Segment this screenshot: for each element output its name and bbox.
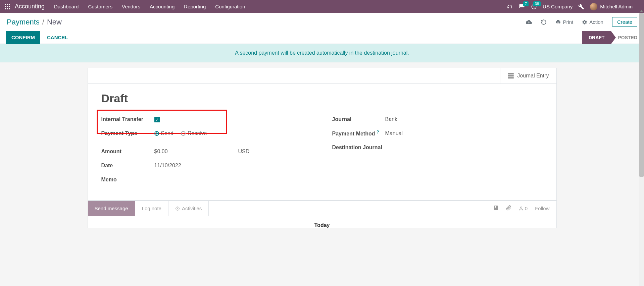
send-message-button[interactable]: Send message: [88, 201, 135, 216]
internal-transfer-checkbox[interactable]: ✓: [154, 117, 160, 122]
menu-configuration[interactable]: Configuration: [215, 4, 245, 9]
breadcrumb: Payments / New: [7, 18, 62, 26]
date-value[interactable]: 11/10/2022: [154, 163, 181, 169]
menu-dashboard[interactable]: Dashboard: [54, 4, 79, 9]
app-title[interactable]: Accounting: [15, 3, 45, 10]
record-title: Draft: [101, 92, 543, 105]
discard-icon[interactable]: [541, 19, 547, 25]
label-date: Date: [101, 163, 154, 169]
currency-value[interactable]: USD: [238, 149, 250, 155]
followers-count[interactable]: 0: [519, 206, 528, 211]
radio-send[interactable]: Send: [154, 130, 174, 136]
field-amount: Amount $0.00 USD: [101, 145, 312, 159]
label-amount: Amount: [101, 149, 154, 155]
radio-icon: [154, 131, 159, 136]
field-destination-journal: Destination Journal: [332, 140, 543, 155]
create-button[interactable]: Create: [612, 17, 637, 27]
statusbar: CONFIRM CANCEL DRAFT POSTED: [0, 31, 644, 44]
messages-badge: 7: [523, 1, 529, 6]
radio-receive[interactable]: Receive: [181, 130, 207, 136]
cancel-button[interactable]: CANCEL: [47, 35, 68, 40]
menu-reporting[interactable]: Reporting: [184, 4, 206, 9]
method-value[interactable]: Manual: [385, 130, 403, 136]
radio-icon: [181, 131, 186, 136]
support-icon[interactable]: [506, 3, 513, 10]
label-payment-type: Payment Type: [101, 130, 154, 136]
form-sheet: Journal Entry Draft Internal Transfer ✓ …: [88, 68, 557, 201]
field-memo: Memo: [101, 173, 312, 187]
scrollbar[interactable]: [639, 13, 644, 228]
user-menu[interactable]: Mitchell Admin: [590, 3, 633, 10]
book-icon[interactable]: [493, 205, 499, 212]
journal-entry-button[interactable]: Journal Entry: [500, 68, 556, 83]
label-memo: Memo: [101, 177, 154, 183]
svg-point-2: [520, 207, 522, 208]
scrollbar-thumb[interactable]: [639, 13, 644, 177]
field-internal-transfer: Internal Transfer ✓: [101, 112, 312, 126]
amount-value[interactable]: $0.00: [154, 149, 238, 155]
activities-button[interactable]: Activities: [168, 201, 209, 216]
label-payment-method: Payment Method ?: [332, 130, 385, 137]
action-button[interactable]: Action: [582, 19, 603, 25]
follow-button[interactable]: Follow: [535, 206, 549, 211]
confirm-button[interactable]: CONFIRM: [6, 31, 40, 44]
menu-vendors[interactable]: Vendors: [122, 4, 140, 9]
breadcrumb-current: New: [47, 18, 62, 26]
info-banner: A second payment will be created automat…: [0, 44, 644, 62]
apps-icon[interactable]: [5, 4, 11, 10]
control-panel: Payments / New Print Action Create: [0, 13, 644, 31]
chatter-today: Today: [88, 216, 556, 228]
status-draft[interactable]: DRAFT: [582, 31, 611, 44]
debug-icon[interactable]: [578, 3, 585, 10]
field-payment-type: Payment Type Send Receive: [101, 126, 312, 140]
messages-icon[interactable]: 7: [518, 3, 525, 10]
log-note-button[interactable]: Log note: [135, 201, 168, 216]
avatar: [590, 3, 597, 10]
cloud-upload-icon[interactable]: [526, 19, 532, 25]
journal-value[interactable]: Bank: [385, 116, 397, 122]
attachment-icon[interactable]: [506, 205, 511, 212]
print-button[interactable]: Print: [555, 19, 573, 25]
label-destination-journal: Destination Journal: [332, 145, 382, 151]
company-selector[interactable]: US Company: [543, 4, 573, 9]
label-internal-transfer: Internal Transfer: [101, 116, 154, 122]
field-journal: Journal Bank: [332, 112, 543, 126]
field-date: Date 11/10/2022: [101, 159, 312, 173]
activities-icon[interactable]: 38: [531, 3, 537, 10]
menu-customers[interactable]: Customers: [88, 4, 112, 9]
menu-accounting[interactable]: Accounting: [150, 4, 175, 9]
username: Mitchell Admin: [600, 4, 633, 9]
field-payment-method: Payment Method ? Manual: [332, 126, 543, 140]
top-navbar: Accounting Dashboard Customers Vendors A…: [0, 0, 644, 13]
label-journal: Journal: [332, 116, 385, 122]
activities-badge: 38: [533, 1, 541, 6]
breadcrumb-sep: /: [42, 18, 44, 26]
chatter: Send message Log note Activities 0 Follo…: [88, 201, 557, 228]
breadcrumb-root[interactable]: Payments: [7, 18, 40, 26]
list-icon: [508, 73, 514, 78]
status-steps: DRAFT POSTED: [582, 31, 644, 44]
